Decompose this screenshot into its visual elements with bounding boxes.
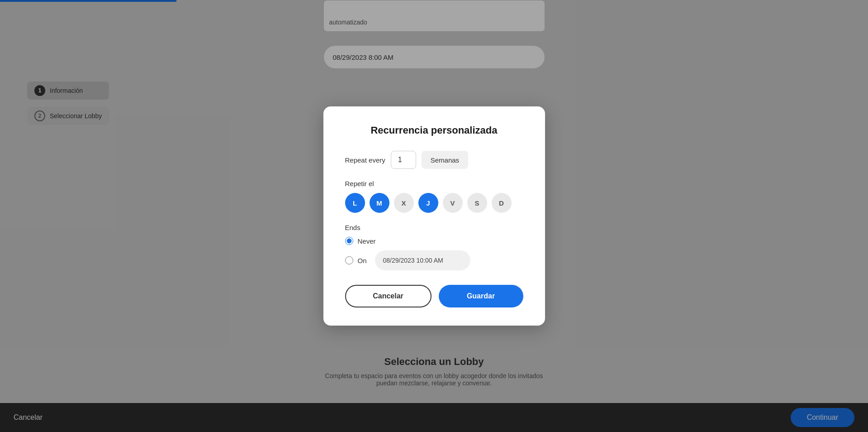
repeat-every-label: Repeat every: [345, 156, 385, 164]
repeat-unit-button[interactable]: Semanas: [422, 151, 468, 169]
repetir-label: Repetir el: [345, 180, 523, 187]
day-button-M[interactable]: M: [370, 193, 389, 213]
ends-label: Ends: [345, 224, 523, 231]
day-button-D[interactable]: D: [492, 193, 512, 213]
radio-row-on: On: [345, 250, 523, 270]
day-button-V[interactable]: V: [443, 193, 463, 213]
ends-section: Ends Never On: [345, 224, 523, 270]
radio-never-label: Never: [358, 237, 376, 245]
radio-on-label: On: [358, 257, 367, 264]
modal-cancel-button[interactable]: Cancelar: [345, 285, 432, 307]
day-button-S[interactable]: S: [467, 193, 487, 213]
repeat-number-input[interactable]: [391, 151, 416, 169]
on-date-input[interactable]: [375, 250, 470, 270]
modal-buttons: Cancelar Guardar: [345, 285, 523, 307]
recurrence-modal: Recurrencia personalizada Repeat every S…: [323, 106, 545, 326]
radio-never[interactable]: [345, 237, 353, 245]
day-button-X[interactable]: X: [394, 193, 414, 213]
days-row: L M X J V S D: [345, 193, 523, 213]
radio-on[interactable]: [345, 256, 353, 264]
radio-row-never: Never: [345, 237, 523, 245]
modal-save-button[interactable]: Guardar: [439, 285, 523, 307]
repeat-every-row: Repeat every Semanas: [345, 151, 523, 169]
day-button-J[interactable]: J: [418, 193, 438, 213]
modal-title: Recurrencia personalizada: [345, 125, 523, 136]
day-button-L[interactable]: L: [345, 193, 365, 213]
repetir-section: Repetir el L M X J V S D: [345, 180, 523, 213]
